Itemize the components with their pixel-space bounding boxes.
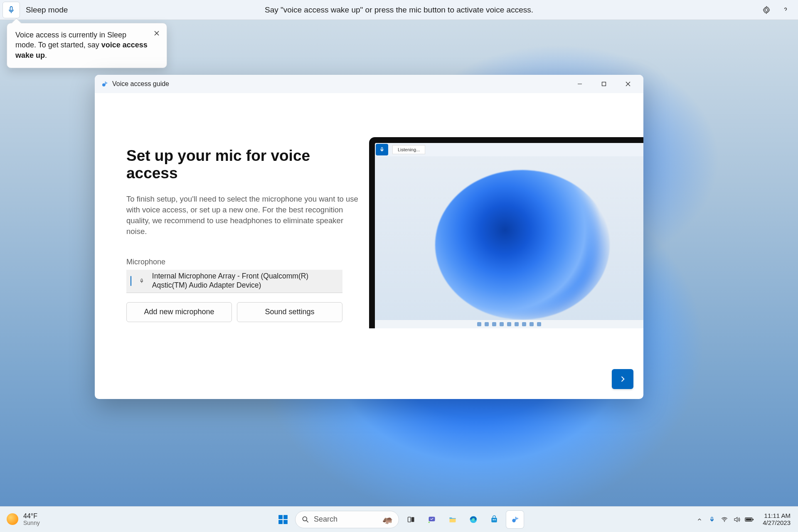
wifi-icon: [721, 516, 728, 523]
chevron-right-icon: [618, 375, 627, 383]
svg-point-12: [472, 518, 475, 521]
taskbar: 44°F Sunny Search 🦛: [0, 506, 798, 532]
tooltip-text-2: .: [45, 51, 47, 59]
svg-rect-2: [278, 515, 283, 519]
help-icon: [781, 6, 790, 14]
voice-access-tooltip: Voice access is currently in Sleep mode.…: [7, 23, 167, 68]
setup-heading: Set up your mic for voice access: [126, 147, 359, 182]
search-icon: [301, 515, 310, 524]
microphone-label: Microphone: [126, 258, 359, 266]
window-maximize-button[interactable]: [592, 76, 616, 92]
illus-mic-icon: [376, 144, 388, 155]
setup-paragraph: To finish setup, you'll need to select t…: [126, 194, 359, 237]
search-suggestion-icon: 🦛: [382, 515, 393, 525]
voice-access-guide-window: Voice access guide Set up your mic for v…: [95, 75, 643, 399]
store-button[interactable]: [485, 511, 503, 528]
next-button[interactable]: [612, 369, 633, 389]
svg-rect-19: [746, 518, 752, 520]
voice-access-status: Sleep mode: [26, 5, 68, 15]
tray-battery-icon[interactable]: [744, 511, 755, 528]
microphone-selector[interactable]: Internal Microphone Array - Front (Qualc…: [126, 270, 342, 293]
svg-rect-3: [283, 515, 288, 519]
voice-access-settings-button[interactable]: [758, 2, 775, 18]
clock-date: 4/27/2023: [763, 520, 791, 527]
chat-button[interactable]: [423, 511, 441, 528]
taskbar-clock[interactable]: 11:11 AM 4/27/2023: [760, 512, 793, 526]
voice-access-bar: Sleep mode Say "voice access wake up" or…: [0, 0, 798, 20]
maximize-icon: [601, 81, 606, 86]
store-icon: [490, 515, 498, 524]
tray-mic-icon[interactable]: [706, 511, 718, 528]
battery-icon: [745, 516, 754, 523]
laptop-illustration: Listening...: [369, 137, 643, 341]
svg-point-10: [429, 522, 430, 523]
svg-rect-20: [753, 519, 754, 520]
svg-rect-13: [491, 517, 497, 522]
search-placeholder: Search: [314, 515, 337, 524]
voice-access-hint: Say "voice access wake up" or press the …: [265, 5, 533, 15]
voice-access-app-icon: [101, 80, 109, 88]
minimize-icon: [577, 81, 582, 86]
svg-rect-8: [411, 517, 414, 522]
mic-icon: [7, 6, 15, 14]
chat-icon: [428, 515, 436, 524]
close-icon: [153, 29, 161, 37]
svg-rect-5: [283, 520, 288, 524]
windows-icon: [278, 514, 288, 525]
svg-point-17: [724, 521, 725, 522]
svg-point-16: [512, 519, 515, 522]
sound-settings-button[interactable]: Sound settings: [237, 302, 342, 322]
tooltip-close-button[interactable]: [152, 28, 162, 38]
tray-wifi-icon[interactable]: [719, 511, 730, 528]
weather-widget[interactable]: 44°F Sunny: [0, 512, 40, 526]
volume-icon: [733, 516, 741, 523]
svg-rect-7: [408, 517, 411, 522]
clock-time: 11:11 AM: [763, 512, 791, 520]
svg-rect-4: [278, 520, 283, 524]
voice-access-mic-button[interactable]: [2, 2, 20, 18]
add-microphone-button[interactable]: Add new microphone: [126, 302, 232, 322]
weather-temp: 44°F: [23, 512, 40, 520]
close-icon: [626, 81, 631, 86]
svg-point-6: [303, 517, 307, 521]
chevron-up-icon: [697, 517, 702, 522]
svg-rect-1: [602, 82, 606, 86]
gear-icon: [762, 6, 771, 14]
task-view-button[interactable]: [402, 511, 420, 528]
svg-rect-15: [495, 519, 496, 520]
illus-listening-label: Listening...: [392, 145, 425, 154]
start-button[interactable]: [274, 511, 292, 528]
file-explorer-button[interactable]: [444, 511, 461, 528]
svg-rect-14: [493, 519, 494, 520]
edge-icon: [469, 515, 478, 524]
tray-volume-icon[interactable]: [731, 511, 743, 528]
voice-access-help-button[interactable]: [777, 2, 794, 18]
task-view-icon: [407, 515, 415, 524]
mic-level-indicator: [131, 276, 131, 286]
microphone-name: Internal Microphone Array - Front (Qualc…: [152, 272, 336, 290]
mic-icon: [139, 277, 145, 285]
window-title: Voice access guide: [112, 80, 169, 88]
window-titlebar[interactable]: Voice access guide: [95, 75, 643, 93]
weather-condition: Sunny: [23, 520, 40, 526]
mic-icon: [709, 516, 715, 523]
svg-point-0: [102, 84, 106, 87]
window-close-button[interactable]: [616, 76, 640, 92]
voice-access-taskbar-button[interactable]: [506, 511, 524, 528]
folder-icon: [448, 515, 457, 524]
edge-button[interactable]: [465, 511, 482, 528]
voice-access-icon: [511, 515, 519, 524]
window-minimize-button[interactable]: [568, 76, 592, 92]
tray-overflow-button[interactable]: [694, 511, 705, 528]
sun-icon: [7, 513, 18, 525]
taskbar-search[interactable]: Search 🦛: [295, 511, 399, 528]
